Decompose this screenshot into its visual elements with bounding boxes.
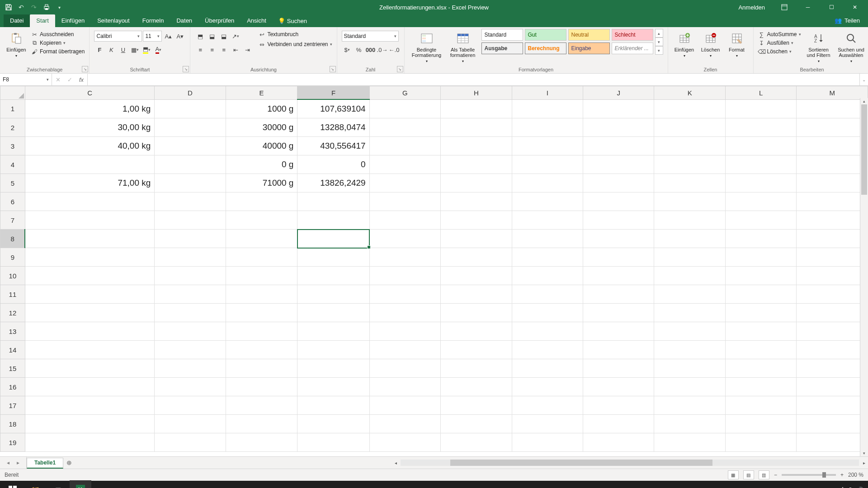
style-calc[interactable]: Berechnung xyxy=(525,42,566,54)
cell[interactable] xyxy=(583,378,654,396)
cell[interactable] xyxy=(583,433,654,452)
indent-button[interactable]: ⇥ xyxy=(242,44,253,55)
cell[interactable] xyxy=(725,118,796,137)
cell[interactable] xyxy=(369,322,440,341)
cell[interactable] xyxy=(441,211,512,230)
cell[interactable] xyxy=(25,322,154,341)
cell[interactable] xyxy=(725,378,796,396)
quickprint-icon[interactable] xyxy=(42,3,51,11)
cell[interactable] xyxy=(25,341,154,359)
align-top-button[interactable]: ⬒ xyxy=(195,31,206,42)
cell[interactable] xyxy=(654,378,725,396)
cell[interactable] xyxy=(725,341,796,359)
cell[interactable] xyxy=(369,174,440,192)
cell[interactable] xyxy=(512,99,583,118)
cell[interactable] xyxy=(155,137,226,155)
cell[interactable] xyxy=(797,322,868,341)
cell[interactable] xyxy=(725,99,796,118)
worksheet-grid[interactable]: CDEFGHIJKLM11,00 kg1000 g107,639104230,0… xyxy=(0,86,868,456)
cell[interactable]: 40000 g xyxy=(226,137,297,155)
font-size-select[interactable]: 11▾ xyxy=(143,31,162,42)
cell[interactable]: 107,639104 xyxy=(297,99,369,118)
cell[interactable] xyxy=(155,174,226,192)
cell[interactable]: 0 g xyxy=(226,155,297,174)
cell[interactable] xyxy=(583,341,654,359)
excel-taskbar-button[interactable]: X xyxy=(70,480,91,488)
row-header[interactable]: 2 xyxy=(0,118,25,137)
cell[interactable] xyxy=(512,304,583,322)
cell[interactable] xyxy=(583,396,654,415)
cell[interactable] xyxy=(583,415,654,433)
cell[interactable] xyxy=(512,174,583,192)
cell[interactable] xyxy=(226,267,297,285)
cell[interactable] xyxy=(369,433,440,452)
cell[interactable] xyxy=(512,378,583,396)
align-bottom-button[interactable]: ⬓ xyxy=(218,31,229,42)
style-standard[interactable]: Standard xyxy=(481,29,523,41)
cell-styles-gallery[interactable]: Standard Gut Neutral Schlecht Ausgabe Be… xyxy=(481,29,653,55)
cell[interactable] xyxy=(441,137,512,155)
cell[interactable] xyxy=(654,433,725,452)
cell[interactable] xyxy=(297,433,369,452)
horizontal-scrollbar[interactable]: ◂ ▸ xyxy=(392,457,868,469)
signin-link[interactable]: Anmelden xyxy=(738,4,765,11)
cell[interactable] xyxy=(441,396,512,415)
cell[interactable] xyxy=(226,322,297,341)
start-button[interactable] xyxy=(2,481,24,488)
cell[interactable] xyxy=(797,285,868,304)
bold-button[interactable]: F xyxy=(94,44,105,55)
cell[interactable] xyxy=(583,267,654,285)
increase-decimal-button[interactable]: .0→ xyxy=(377,44,388,55)
zoom-out-button[interactable]: − xyxy=(774,472,777,478)
row-header[interactable]: 19 xyxy=(0,433,25,452)
cell[interactable] xyxy=(155,322,226,341)
cell[interactable] xyxy=(226,433,297,452)
cell[interactable] xyxy=(226,230,297,248)
cell[interactable] xyxy=(25,155,154,174)
cell[interactable] xyxy=(725,137,796,155)
style-input[interactable]: Eingabe xyxy=(568,42,610,54)
outdent-button[interactable]: ⇤ xyxy=(230,44,241,55)
fill-color-button[interactable]: ⬒▾ xyxy=(141,44,152,55)
cell[interactable] xyxy=(797,415,868,433)
cell[interactable] xyxy=(583,137,654,155)
orientation-button[interactable]: ↗▾ xyxy=(230,31,241,42)
select-all-corner[interactable] xyxy=(0,86,25,100)
cell[interactable] xyxy=(226,415,297,433)
cell[interactable] xyxy=(25,396,154,415)
cell[interactable] xyxy=(654,359,725,378)
cell[interactable] xyxy=(155,341,226,359)
tab-formulas[interactable]: Formeln xyxy=(136,14,170,27)
file-explorer-button[interactable]: 📁 xyxy=(24,481,46,488)
underline-button[interactable]: U xyxy=(118,44,128,55)
cell[interactable] xyxy=(25,267,154,285)
tab-review[interactable]: Überprüfen xyxy=(198,14,241,27)
cell[interactable] xyxy=(441,359,512,378)
merge-center-button[interactable]: ⇔Verbinden und zentrieren▾ xyxy=(258,41,332,48)
percent-button[interactable]: % xyxy=(354,44,364,55)
column-header[interactable]: G xyxy=(369,86,440,100)
cell[interactable] xyxy=(25,211,154,230)
cell[interactable] xyxy=(155,304,226,322)
cell[interactable] xyxy=(797,211,868,230)
cell[interactable] xyxy=(155,211,226,230)
column-header[interactable]: M xyxy=(797,86,868,100)
cell[interactable] xyxy=(226,304,297,322)
cell[interactable] xyxy=(797,137,868,155)
cell[interactable] xyxy=(797,192,868,211)
cell[interactable] xyxy=(725,192,796,211)
cell[interactable] xyxy=(226,285,297,304)
cell[interactable] xyxy=(369,211,440,230)
cell[interactable] xyxy=(797,118,868,137)
style-explanatory[interactable]: Erklärender ... xyxy=(612,42,653,54)
cell[interactable] xyxy=(226,341,297,359)
cell[interactable] xyxy=(25,378,154,396)
cell[interactable] xyxy=(725,433,796,452)
row-header[interactable]: 11 xyxy=(0,285,25,304)
cell[interactable] xyxy=(797,433,868,452)
redo-icon[interactable]: ↷ xyxy=(30,3,38,11)
column-header[interactable]: J xyxy=(583,86,654,100)
row-header[interactable]: 14 xyxy=(0,341,25,359)
task-view-button[interactable]: ⊞ xyxy=(47,481,69,488)
cell[interactable] xyxy=(512,248,583,267)
